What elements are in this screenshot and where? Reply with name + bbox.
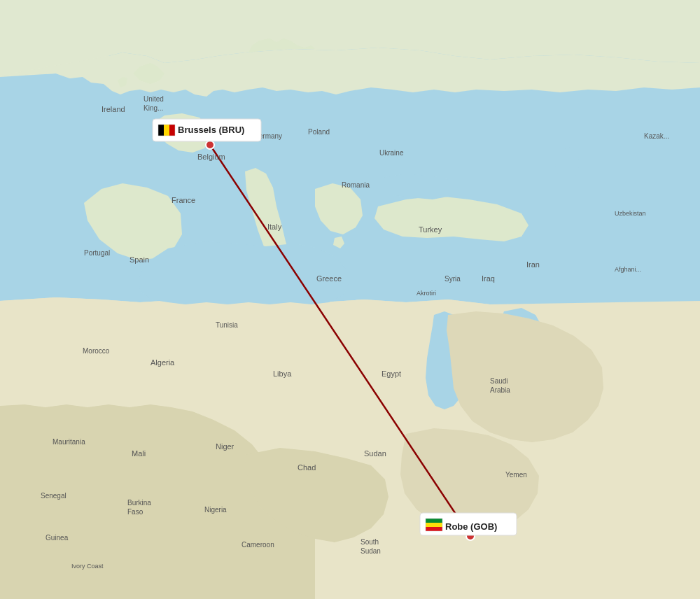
svg-point-2 xyxy=(206,141,214,149)
svg-text:Burkina: Burkina xyxy=(127,499,151,507)
svg-text:Iran: Iran xyxy=(526,260,540,269)
map-container: Ireland United King... Belgium France Po… xyxy=(0,0,700,599)
svg-text:Mali: Mali xyxy=(132,449,146,458)
svg-rect-49 xyxy=(164,125,169,136)
svg-rect-56 xyxy=(426,527,442,531)
svg-text:Belgium: Belgium xyxy=(197,153,225,161)
svg-text:Senegal: Senegal xyxy=(41,492,66,500)
svg-rect-48 xyxy=(158,125,164,136)
svg-text:Arabia: Arabia xyxy=(490,386,510,394)
svg-text:Saudi: Saudi xyxy=(490,377,508,385)
svg-text:Yemen: Yemen xyxy=(505,471,527,479)
svg-text:Uzbekistan: Uzbekistan xyxy=(615,210,646,217)
svg-text:Faso: Faso xyxy=(127,508,144,516)
svg-text:Greece: Greece xyxy=(316,274,342,283)
svg-text:Robe (GOB): Robe (GOB) xyxy=(445,521,497,532)
svg-text:Brussels (BRU): Brussels (BRU) xyxy=(178,125,244,135)
svg-text:Romania: Romania xyxy=(342,181,370,189)
svg-text:Portugal: Portugal xyxy=(84,249,110,257)
svg-text:Sudan: Sudan xyxy=(364,449,386,458)
svg-text:Nigeria: Nigeria xyxy=(204,506,227,514)
svg-text:Spain: Spain xyxy=(130,255,149,264)
map-svg: Ireland United King... Belgium France Po… xyxy=(0,0,700,599)
svg-text:Kazak...: Kazak... xyxy=(644,132,669,140)
svg-text:Cameroon: Cameroon xyxy=(241,541,274,549)
svg-text:Turkey: Turkey xyxy=(419,225,442,234)
svg-text:Iraq: Iraq xyxy=(482,274,495,283)
svg-rect-55 xyxy=(426,523,442,527)
svg-text:Niger: Niger xyxy=(216,442,234,451)
svg-text:Sudan: Sudan xyxy=(360,547,381,555)
svg-text:France: France xyxy=(172,196,195,204)
svg-text:Algeria: Algeria xyxy=(150,358,175,367)
svg-text:Italy: Italy xyxy=(267,223,282,231)
svg-text:Libya: Libya xyxy=(273,369,292,378)
svg-text:United: United xyxy=(144,95,164,103)
svg-text:Ukraine: Ukraine xyxy=(379,149,404,157)
svg-rect-50 xyxy=(169,125,175,136)
svg-text:King...: King... xyxy=(144,104,163,112)
svg-text:Mauritania: Mauritania xyxy=(52,438,85,446)
svg-text:Ivory Coast: Ivory Coast xyxy=(71,563,104,570)
svg-text:Ireland: Ireland xyxy=(102,105,125,113)
svg-text:Tunisia: Tunisia xyxy=(216,321,238,329)
svg-text:South: South xyxy=(360,538,379,546)
svg-text:Morocco: Morocco xyxy=(83,347,110,355)
svg-text:Guinea: Guinea xyxy=(46,534,69,542)
svg-text:Syria: Syria xyxy=(444,275,461,283)
svg-text:Akrotiri: Akrotiri xyxy=(416,290,436,297)
svg-rect-54 xyxy=(426,519,442,523)
svg-text:Poland: Poland xyxy=(308,128,330,136)
svg-text:Chad: Chad xyxy=(298,463,316,472)
svg-text:Afghani...: Afghani... xyxy=(615,266,641,273)
svg-text:Egypt: Egypt xyxy=(382,369,401,378)
